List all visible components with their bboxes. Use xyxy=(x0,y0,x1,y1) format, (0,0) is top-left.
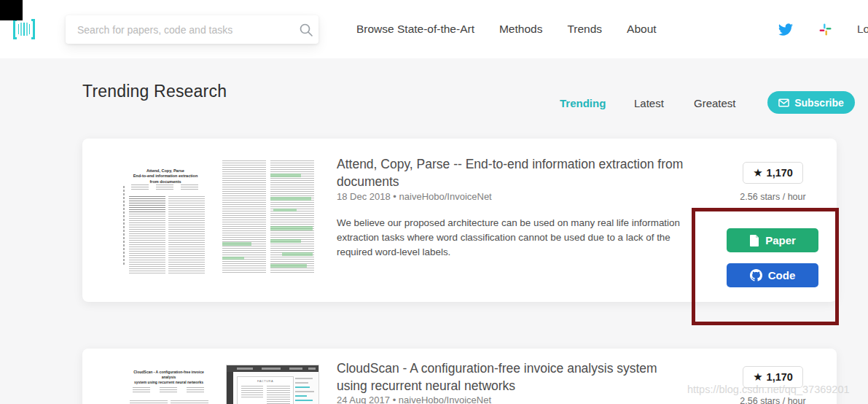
corner-artifact xyxy=(0,0,23,20)
paper-card: Attend, Copy, Parse End-to-end informati… xyxy=(82,139,837,302)
email-icon xyxy=(778,98,789,107)
stars-rate: 2.56 stars / hour xyxy=(721,192,825,202)
search-icon[interactable] xyxy=(294,23,318,37)
paper-date: 24 Aug 2017 xyxy=(337,395,390,404)
nav-browse-sota[interactable]: Browse State-of-the-Art xyxy=(356,23,474,36)
paper-abstract: We believe our proposed architecture can… xyxy=(337,216,703,260)
arxiv-sidebar-text xyxy=(123,186,125,265)
stars-badge[interactable]: ★ 1,170 xyxy=(743,162,803,184)
papers-with-code-logo-icon[interactable] xyxy=(13,19,35,39)
main-nav: Browse State-of-the-Art Methods Trends A… xyxy=(356,0,657,58)
repo-link[interactable]: naiveHobo/InvoiceNet xyxy=(399,395,491,404)
tab-latest[interactable]: Latest xyxy=(634,97,664,109)
star-icon: ★ xyxy=(753,166,762,179)
papers-with-code-page: Browse State-of-the-Art Methods Trends A… xyxy=(0,0,868,404)
nav-methods[interactable]: Methods xyxy=(499,23,542,36)
stars-count: 1,170 xyxy=(767,371,793,383)
paper-meta: 18 Dec 2018 • naiveHobo/InvoiceNet xyxy=(337,191,492,202)
paper-button[interactable]: Paper xyxy=(727,228,818,252)
nav-about[interactable]: About xyxy=(627,23,657,36)
search-input[interactable] xyxy=(66,24,294,36)
tab-greatest[interactable]: Greatest xyxy=(694,97,736,109)
star-icon: ★ xyxy=(753,370,762,384)
paper-card: CloudScan - A configuration-free invoice… xyxy=(82,349,837,404)
tab-trending[interactable]: Trending xyxy=(560,97,606,109)
github-icon xyxy=(750,269,762,281)
slack-icon[interactable] xyxy=(819,23,832,39)
header: Browse State-of-the-Art Methods Trends A… xyxy=(0,0,868,58)
page-title: Trending Research xyxy=(82,82,227,101)
paper-meta: 24 Aug 2017 • naiveHobo/InvoiceNet xyxy=(337,395,491,404)
twitter-icon[interactable] xyxy=(778,23,793,39)
paper-title[interactable]: Attend, Copy, Parse -- End-to-end inform… xyxy=(337,156,710,190)
repo-link[interactable]: naiveHobo/InvoiceNet xyxy=(399,191,492,202)
nav-trends[interactable]: Trends xyxy=(567,23,602,36)
login-link[interactable]: Lo xyxy=(857,23,868,36)
stars-rate: 2.56 stars / hour xyxy=(721,396,825,404)
search-bar xyxy=(66,15,318,44)
stars-count: 1,170 xyxy=(767,167,793,179)
paper-date: 18 Dec 2018 xyxy=(337,191,391,202)
invoice-tool-screenshot: FACTURA xyxy=(226,365,319,404)
code-button[interactable]: Code xyxy=(727,263,818,287)
watermark-text: https://blog.csdn.net/qq_37369201 xyxy=(687,384,850,395)
subscribe-button[interactable]: Subscribe xyxy=(767,91,855,114)
document-icon xyxy=(749,235,759,246)
paper-title[interactable]: CloudScan - A configuration-free invoice… xyxy=(337,360,687,395)
